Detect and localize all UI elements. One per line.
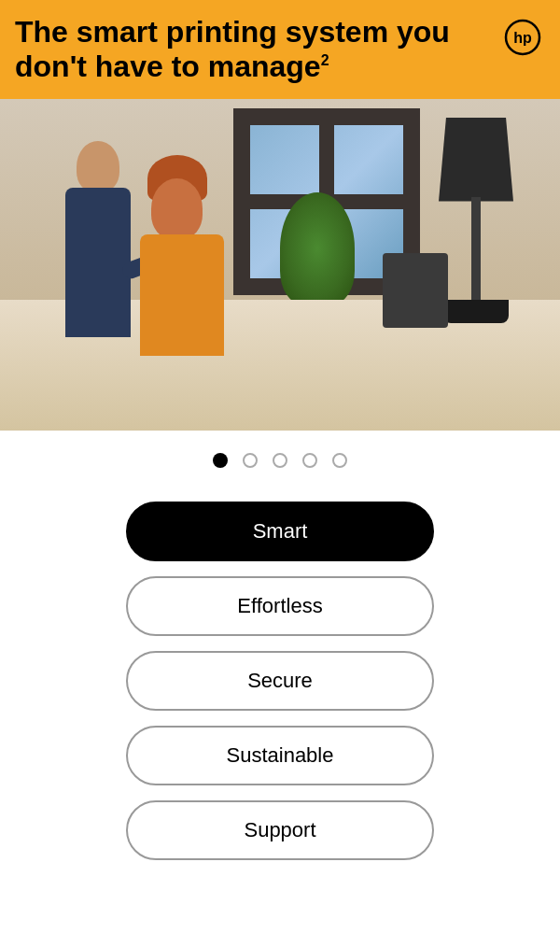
person1-head bbox=[77, 141, 119, 192]
lamp bbox=[439, 118, 513, 323]
carousel-dot-0[interactable] bbox=[213, 453, 228, 468]
svg-text:hp: hp bbox=[513, 30, 532, 46]
hp-logo: hp bbox=[504, 19, 541, 56]
smart-button[interactable]: Smart bbox=[126, 502, 434, 561]
hero-image bbox=[0, 99, 560, 431]
person2-body bbox=[140, 234, 224, 356]
support-button[interactable]: Support bbox=[126, 800, 434, 860]
carousel-dots bbox=[0, 431, 560, 487]
person1-body bbox=[65, 188, 131, 337]
carousel-dot-2[interactable] bbox=[273, 453, 287, 468]
header-title: The smart printing system youdon't have … bbox=[15, 15, 450, 84]
nav-buttons-container: Smart Effortless Secure Sustainable Supp… bbox=[0, 487, 560, 898]
hero-canvas bbox=[0, 99, 560, 431]
sustainable-button[interactable]: Sustainable bbox=[126, 726, 434, 785]
lamp-head bbox=[439, 118, 513, 202]
header-title-text: The smart printing system youdon't have … bbox=[15, 15, 450, 83]
person2-head bbox=[151, 178, 203, 239]
effortless-button[interactable]: Effortless bbox=[126, 576, 434, 636]
carousel-dot-1[interactable] bbox=[243, 453, 258, 468]
carousel-dot-3[interactable] bbox=[302, 453, 317, 468]
desk-phone bbox=[383, 253, 448, 328]
header-superscript: 2 bbox=[321, 52, 329, 68]
lamp-base bbox=[443, 300, 509, 323]
person2 bbox=[131, 169, 243, 356]
secure-button[interactable]: Secure bbox=[126, 651, 434, 711]
carousel-dot-4[interactable] bbox=[332, 453, 347, 468]
header-section: The smart printing system youdon't have … bbox=[0, 0, 560, 99]
